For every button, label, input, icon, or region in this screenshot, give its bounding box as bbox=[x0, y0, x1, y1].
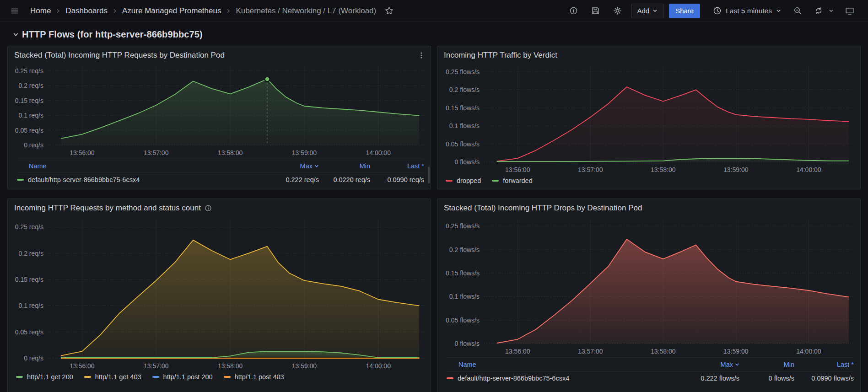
svg-text:0.1 flows/s: 0.1 flows/s bbox=[449, 122, 480, 129]
legend-col-min[interactable]: Min bbox=[739, 361, 794, 368]
dashboard-settings-button[interactable] bbox=[609, 3, 625, 19]
section-collapse-button[interactable] bbox=[13, 32, 19, 38]
series-last-value: 0.0990 flows/s bbox=[794, 375, 854, 382]
legend-col-name[interactable]: Name bbox=[447, 361, 666, 368]
legend-item-post-200[interactable]: http/1.1 post 200 bbox=[152, 373, 213, 381]
svg-text:0.25 req/s: 0.25 req/s bbox=[15, 223, 43, 231]
breadcrumb-dashboards[interactable]: Dashboards bbox=[63, 5, 110, 17]
svg-text:0.05 flows/s: 0.05 flows/s bbox=[446, 317, 480, 324]
legend-col-max[interactable]: Max bbox=[666, 361, 739, 368]
panel-description-icon[interactable] bbox=[205, 204, 212, 212]
svg-text:13:59:00: 13:59:00 bbox=[723, 166, 749, 173]
panel-header[interactable]: Incoming HTTP Traffic by Verdict bbox=[437, 46, 860, 62]
time-series-chart[interactable]: 0 flows/s0.05 flows/s0.1 flows/s0.15 flo… bbox=[437, 62, 860, 176]
chevron-down-icon bbox=[13, 32, 19, 38]
svg-text:13:56:00: 13:56:00 bbox=[70, 149, 95, 156]
star-icon bbox=[385, 6, 394, 15]
time-range-picker[interactable]: Last 5 minutes bbox=[710, 4, 784, 18]
legend-scrollbar[interactable] bbox=[428, 167, 430, 183]
legend-col-name[interactable]: Name bbox=[17, 162, 250, 170]
add-button[interactable]: Add bbox=[631, 4, 663, 18]
panel-title: Stacked (Total) Incoming HTTP Requests b… bbox=[14, 51, 225, 60]
dashboard-toolbar: Add Share Last 5 minutes bbox=[565, 3, 858, 19]
legend-col-max[interactable]: Max bbox=[250, 162, 319, 170]
zoom-out-button[interactable] bbox=[789, 3, 806, 19]
panel-title: Stacked (Total) Incoming HTTP Drops by D… bbox=[444, 204, 642, 213]
panel-header[interactable]: Incoming HTTP Requests by method and sta… bbox=[8, 199, 431, 215]
series-label: forwarded bbox=[503, 177, 532, 184]
favorite-button[interactable] bbox=[381, 3, 397, 19]
legend-item-dropped[interactable]: dropped bbox=[446, 177, 481, 184]
panel-grid: Stacked (Total) Incoming HTTP Requests b… bbox=[7, 46, 861, 392]
legend-item-post-403[interactable]: http/1.1 post 403 bbox=[224, 373, 284, 381]
svg-text:0.15 flows/s: 0.15 flows/s bbox=[446, 104, 480, 112]
series-swatch bbox=[17, 179, 24, 181]
time-series-chart[interactable]: 0 req/s0.05 req/s0.1 req/s0.15 req/s0.2 … bbox=[8, 215, 431, 372]
svg-text:0.2 flows/s: 0.2 flows/s bbox=[449, 246, 480, 253]
legend-col-last[interactable]: Last * bbox=[794, 361, 854, 368]
svg-text:13:57:00: 13:57:00 bbox=[578, 348, 603, 355]
panel-header[interactable]: Stacked (Total) Incoming HTTP Drops by D… bbox=[437, 199, 860, 215]
svg-text:0.25 flows/s: 0.25 flows/s bbox=[446, 222, 480, 230]
series-label: dropped bbox=[457, 177, 481, 184]
breadcrumb-current-dashboard: Kubernetes / Networking / L7 (Workload) bbox=[233, 5, 379, 17]
sort-caret-icon bbox=[735, 362, 739, 367]
series-label: http/1.1 post 403 bbox=[235, 373, 284, 381]
svg-text:0.15 flows/s: 0.15 flows/s bbox=[446, 269, 480, 277]
panel-menu-button[interactable] bbox=[417, 50, 426, 60]
legend-col-min[interactable]: Min bbox=[319, 162, 370, 170]
svg-text:13:58:00: 13:58:00 bbox=[651, 166, 676, 173]
time-series-chart[interactable]: 0 flows/s0.05 flows/s0.1 flows/s0.15 flo… bbox=[437, 215, 860, 357]
svg-text:13:57:00: 13:57:00 bbox=[578, 166, 603, 173]
legend-header: Name Max Min Last * bbox=[17, 159, 424, 173]
refresh-button[interactable] bbox=[811, 3, 826, 19]
time-series-chart[interactable]: 0 req/s0.05 req/s0.1 req/s0.15 req/s0.2 … bbox=[8, 62, 431, 159]
row-http-flows: HTTP Flows (for http-server-866b9bbc75) bbox=[7, 22, 861, 46]
series-last-value: 0.0990 req/s bbox=[370, 176, 424, 183]
refresh-controls bbox=[811, 3, 836, 19]
hamburger-icon bbox=[10, 6, 19, 16]
legend-col-max-label: Max bbox=[721, 361, 733, 368]
svg-text:0 req/s: 0 req/s bbox=[24, 141, 43, 149]
legend-item-get-403[interactable]: http/1.1 get 403 bbox=[84, 373, 141, 381]
legend-row[interactable]: default/http-server-866b9bbc75-6csx4 0.2… bbox=[17, 173, 424, 187]
svg-text:0.2 req/s: 0.2 req/s bbox=[19, 250, 43, 257]
legend-row[interactable]: default/http-server-866b9bbc75-6csx4 0.2… bbox=[447, 371, 854, 385]
breadcrumb-azure-managed-prometheus[interactable]: Azure Managed Prometheus bbox=[119, 5, 224, 17]
legend-item-get-200[interactable]: http/1.1 get 200 bbox=[16, 373, 73, 381]
top-nav: Home Dashboards Azure Managed Prometheus… bbox=[0, 0, 868, 22]
svg-text:0.2 flows/s: 0.2 flows/s bbox=[449, 86, 480, 93]
svg-text:13:56:00: 13:56:00 bbox=[505, 166, 530, 173]
legend-col-last[interactable]: Last * bbox=[370, 162, 424, 170]
share-button[interactable]: Share bbox=[669, 4, 700, 18]
series-label: http/1.1 get 403 bbox=[95, 373, 141, 381]
info-icon bbox=[569, 6, 578, 15]
legend-item-forwarded[interactable]: forwarded bbox=[492, 177, 532, 184]
refresh-interval-dropdown[interactable] bbox=[826, 3, 836, 19]
save-dashboard-button[interactable] bbox=[587, 3, 604, 19]
zoom-out-icon bbox=[793, 6, 802, 15]
breadcrumb-home[interactable]: Home bbox=[27, 5, 54, 17]
panel-title: Incoming HTTP Requests by method and sta… bbox=[14, 204, 201, 213]
legend-table: Name Max Min Last * default/http-server-… bbox=[447, 357, 854, 385]
save-icon bbox=[591, 6, 600, 15]
series-min-value: 0.0220 req/s bbox=[319, 176, 370, 183]
svg-text:13:58:00: 13:58:00 bbox=[218, 149, 243, 156]
legend-header: Name Max Min Last * bbox=[447, 358, 854, 371]
panel-header[interactable]: Stacked (Total) Incoming HTTP Requests b… bbox=[8, 46, 431, 62]
svg-text:13:58:00: 13:58:00 bbox=[218, 362, 243, 370]
dashboard-info-button[interactable] bbox=[565, 3, 582, 19]
menu-button[interactable] bbox=[6, 3, 23, 19]
refresh-icon bbox=[814, 6, 823, 15]
chevron-down-icon bbox=[652, 8, 658, 13]
series-swatch bbox=[447, 377, 453, 379]
panel-stacked-http-requests: Stacked (Total) Incoming HTTP Requests b… bbox=[7, 46, 431, 189]
kebab-icon bbox=[418, 51, 425, 59]
chevron-down-icon bbox=[829, 8, 834, 13]
clock-icon bbox=[713, 6, 722, 15]
kiosk-mode-button[interactable] bbox=[841, 3, 858, 19]
chevron-right-icon bbox=[54, 8, 62, 14]
svg-text:13:59:00: 13:59:00 bbox=[292, 362, 317, 370]
svg-text:0 req/s: 0 req/s bbox=[24, 354, 43, 362]
series-swatch bbox=[224, 376, 231, 378]
